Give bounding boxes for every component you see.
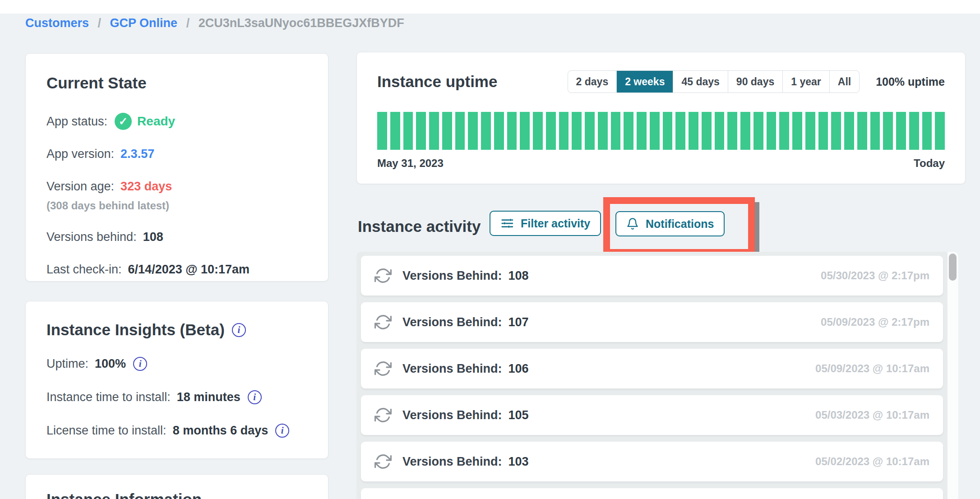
activity-timestamp: 05/02/2023 @ 10:17am — [815, 455, 929, 468]
app-status-value: Ready — [137, 112, 175, 130]
uptime-bar — [805, 112, 815, 150]
activity-timestamp: 05/30/2023 @ 2:17pm — [821, 269, 929, 282]
license-install-label: License time to install: — [46, 421, 166, 439]
uptime-range-selector: 2 days 2 weeks 45 days 90 days 1 year Al… — [568, 70, 860, 93]
uptime-bar — [831, 112, 841, 150]
uptime-bar — [689, 112, 698, 150]
filter-activity-button[interactable]: Filter activity — [490, 211, 601, 236]
uptime-bar — [572, 112, 582, 150]
instance-insights-title-text: Instance Insights (Beta) — [46, 320, 225, 339]
activity-row: Versions Behind: 105 05/03/2023 @ 10:17a… — [361, 395, 943, 435]
uptime-bar — [675, 112, 685, 150]
instance-insights-card: Instance Insights (Beta) i Uptime: 100% … — [25, 301, 328, 459]
uptime-bar — [455, 112, 465, 150]
chart-end-label: Today — [914, 157, 945, 170]
last-checkin-label: Last check-in: — [46, 260, 122, 278]
uptime-bar-chart — [377, 112, 945, 150]
info-icon[interactable]: i — [232, 323, 246, 337]
uptime-bar — [909, 112, 919, 150]
activity-timestamp: 05/03/2023 @ 10:17am — [815, 409, 929, 421]
uptime-bar — [429, 112, 439, 150]
uptime-bar — [494, 112, 504, 150]
breadcrumb-separator: / — [186, 16, 190, 30]
sync-icon — [374, 360, 392, 377]
uptime-bar — [883, 112, 893, 150]
uptime-bar — [663, 112, 673, 150]
notifications-button[interactable]: Notifications — [615, 211, 725, 236]
instance-install-value: 18 minutes — [177, 388, 240, 406]
uptime-value: 100% — [95, 355, 126, 373]
instance-activity-list: Versions Behind: 108 05/30/2023 @ 2:17pm… — [356, 252, 958, 499]
uptime-bar — [650, 112, 660, 150]
instance-information-card: Instance Information — [25, 474, 328, 499]
activity-label: Versions Behind: — [402, 408, 502, 422]
info-icon[interactable]: i — [133, 357, 147, 371]
range-button-2-days[interactable]: 2 days — [568, 71, 617, 92]
info-icon[interactable]: i — [248, 390, 262, 404]
uptime-bar — [715, 112, 725, 150]
uptime-header: Instance uptime 2 days 2 weeks 45 days 9… — [377, 70, 945, 93]
uptime-bar — [792, 112, 802, 150]
versions-behind-value: 108 — [143, 228, 163, 246]
breadcrumb-link-app[interactable]: GCP Online — [110, 16, 178, 30]
scrollbar-thumb[interactable] — [949, 254, 957, 281]
uptime-chart-footer: May 31, 2023 Today — [377, 157, 945, 170]
range-button-90-days[interactable]: 90 days — [728, 71, 782, 92]
sync-icon — [374, 267, 392, 284]
breadcrumb-link-customers[interactable]: Customers — [25, 16, 89, 30]
version-age-row: Version age: 323 days — [46, 177, 307, 195]
uptime-bar — [533, 112, 543, 150]
app-version-label: App version: — [46, 145, 114, 163]
license-install-value: 8 months 6 days — [173, 421, 268, 439]
activity-row: Versions Behind: 103 05/02/2023 @ 10:17a… — [361, 442, 943, 481]
range-button-2-weeks[interactable]: 2 weeks — [616, 71, 673, 92]
activity-row: Versions Behind: 106 05/09/2023 @ 10:17a… — [361, 349, 943, 388]
uptime-bar — [598, 112, 608, 150]
sync-icon — [374, 407, 392, 424]
uptime-bar — [727, 112, 737, 150]
uptime-bar — [442, 112, 452, 150]
range-button-all[interactable]: All — [829, 71, 859, 92]
version-age-value: 323 days — [120, 177, 172, 195]
last-checkin-value: 6/14/2023 @ 10:17am — [128, 260, 250, 278]
uptime-bar — [520, 112, 530, 150]
version-age-note: (308 days behind latest) — [46, 199, 307, 213]
uptime-bar — [637, 112, 647, 150]
sync-icon — [374, 314, 392, 331]
sync-icon — [374, 453, 392, 470]
check-circle-icon: ✓ — [115, 113, 132, 130]
notifications-label: Notifications — [646, 217, 714, 231]
range-button-1-year[interactable]: 1 year — [782, 71, 829, 92]
uptime-bar — [753, 112, 763, 150]
uptime-bar — [818, 112, 828, 150]
uptime-summary: 100% uptime — [876, 75, 945, 88]
activity-label: Versions Behind: — [402, 455, 502, 469]
uptime-bar — [507, 112, 517, 150]
instance-uptime-card: Instance uptime 2 days 2 weeks 45 days 9… — [356, 52, 966, 184]
range-button-45-days[interactable]: 45 days — [673, 71, 727, 92]
breadcrumb-instance-id: 2CU3nL3saUNyoc61BBEGJXfBYDF — [199, 16, 404, 30]
bell-icon — [626, 217, 639, 230]
breadcrumb-separator: / — [98, 16, 102, 30]
red-annotation-box: Notifications — [603, 197, 755, 256]
uptime-bar — [624, 112, 633, 150]
top-white-band — [0, 0, 980, 14]
uptime-bar — [779, 112, 789, 150]
current-state-title: Current State — [46, 74, 307, 92]
versions-behind-row: Versions behind: 108 — [46, 228, 307, 246]
app-version-value[interactable]: 2.3.57 — [120, 145, 154, 163]
uptime-bar — [844, 112, 854, 150]
uptime-bar — [377, 112, 387, 150]
uptime-bar — [702, 112, 712, 150]
chart-start-label: May 31, 2023 — [377, 157, 444, 170]
instance-install-label: Instance time to install: — [46, 388, 171, 406]
activity-row-partial — [361, 488, 943, 499]
uptime-bar — [416, 112, 426, 150]
app-version-row: App version: 2.3.57 — [46, 145, 307, 163]
info-icon[interactable]: i — [275, 424, 289, 438]
activity-timestamp: 05/09/2023 @ 2:17pm — [821, 316, 929, 328]
sliders-icon — [500, 217, 514, 230]
activity-scrollbar[interactable] — [947, 252, 958, 499]
app-status-label: App status: — [46, 112, 107, 130]
current-state-card: Current State App status: ✓ Ready App ve… — [25, 53, 328, 282]
